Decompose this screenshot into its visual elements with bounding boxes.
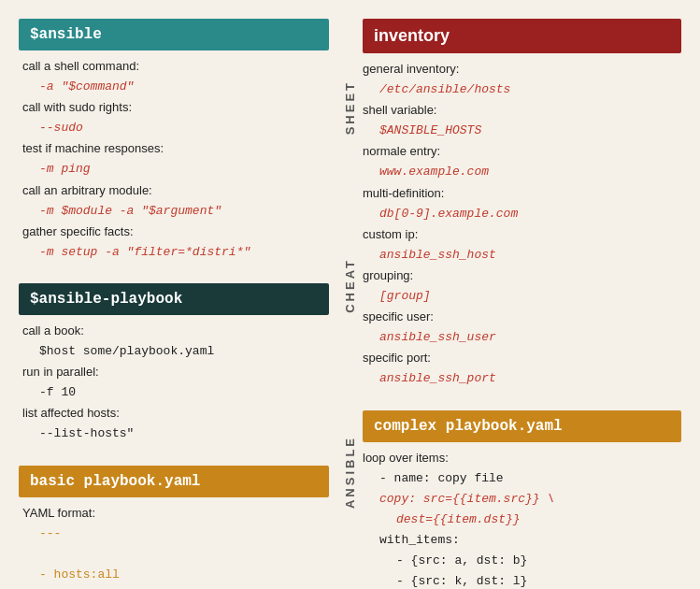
inv-line-4: $ANSIBLE_HOSTS [363, 121, 678, 141]
inventory-section: inventory general inventory: /etc/ansibl… [363, 19, 681, 394]
ansible-content: call a shell command: -a "$command" call… [19, 50, 329, 266]
spine-sheet: SHEET [344, 80, 356, 135]
ansible-line-6: -m ping [22, 159, 325, 180]
spine: SHEET CHEAT ANSIBLE [346, 0, 354, 589]
ansible-line-10: -m setup -a "filter=*distri*" [22, 242, 325, 263]
inv-line-3: shell variable: [363, 100, 678, 121]
complex-header: complex playbook.yaml [363, 410, 681, 442]
basic-line-2: --- [22, 524, 325, 544]
inv-line-13: specific user: [363, 307, 678, 327]
inventory-content: general inventory: /etc/ansible/hosts sh… [363, 53, 681, 394]
playbook-header: $ansible-playbook [19, 283, 329, 315]
complex-line-7: - {src: k, dst: l} [363, 571, 678, 589]
inv-line-12: [group] [363, 286, 678, 307]
playbook-content: call a book: $host some/playbook.yaml ru… [19, 315, 329, 449]
inv-line-16: ansible_ssh_port [363, 368, 678, 389]
inv-line-7: multi-definition: [363, 183, 678, 204]
playbook-line-2: $host some/playbook.yaml [22, 341, 325, 362]
inventory-header: inventory [363, 19, 681, 53]
basic-content: YAML format: --- - hosts:all launch task… [19, 497, 329, 590]
complex-line-3: copy: src={{item.src}} \ [363, 489, 678, 510]
basic-line-1: YAML format: [22, 503, 325, 524]
ansible-line-4: --sudo [22, 118, 325, 138]
playbook-line-4: -f 10 [22, 382, 325, 403]
complex-content: loop over items: - name: copy file copy:… [363, 442, 681, 590]
playbook-line-1: call a book: [22, 321, 325, 341]
basic-line-4: - hosts:all [22, 565, 325, 585]
playbook-line-5: list affected hosts: [22, 403, 325, 424]
basic-playbook-section: basic playbook.yaml YAML format: --- - h… [19, 466, 329, 590]
inv-line-15: specific port: [363, 348, 678, 368]
playbook-line-3: run in parallel: [22, 362, 325, 382]
left-column: $ansible call a shell command: -a "$comm… [0, 0, 346, 589]
basic-header: basic playbook.yaml [19, 466, 329, 497]
complex-line-6: - {src: a, dst: b} [363, 551, 678, 571]
inv-line-2: /etc/ansible/hosts [363, 79, 678, 100]
playbook-line-6: --list-hosts" [22, 424, 325, 444]
basic-line-3 [22, 544, 325, 565]
inv-line-14: ansible_ssh_user [363, 327, 678, 348]
basic-line-5: launch task: [22, 585, 325, 589]
right-column: inventory general inventory: /etc/ansibl… [346, 0, 700, 589]
ansible-line-1: call a shell command: [22, 56, 325, 77]
inv-line-6: www.example.com [363, 162, 678, 182]
complex-line-2: - name: copy file [363, 468, 678, 489]
complex-playbook-section: complex playbook.yaml loop over items: -… [363, 410, 681, 590]
ansible-line-7: call an arbitrary module: [22, 180, 325, 201]
inv-line-8: db[0-9].example.com [363, 204, 678, 224]
ansible-section: $ansible call a shell command: -a "$comm… [19, 19, 329, 266]
ansible-line-8: -m $module -a "$argument" [22, 201, 325, 222]
complex-line-5: with_items: [363, 530, 678, 551]
spine-cheat: CHEAT [344, 258, 356, 313]
inv-line-1: general inventory: [363, 59, 678, 79]
ansible-line-5: test if machine responses: [22, 138, 325, 159]
complex-line-4: dest={{item.dst}} [363, 510, 678, 530]
complex-line-1: loop over items: [363, 448, 678, 468]
inv-line-10: ansible_ssh_host [363, 245, 678, 266]
ansible-line-3: call with sudo rights: [22, 97, 325, 118]
ansible-line-9: gather specific facts: [22, 222, 325, 242]
spine-ansible: ANSIBLE [344, 436, 356, 509]
ansible-line-2: -a "$command" [22, 77, 325, 97]
ansible-header: $ansible [19, 19, 329, 50]
inv-line-9: custom ip: [363, 224, 678, 245]
main-container: $ansible call a shell command: -a "$comm… [0, 0, 700, 589]
playbook-section: $ansible-playbook call a book: $host som… [19, 283, 329, 449]
inv-line-11: grouping: [363, 266, 678, 286]
inv-line-5: normale entry: [363, 141, 678, 162]
